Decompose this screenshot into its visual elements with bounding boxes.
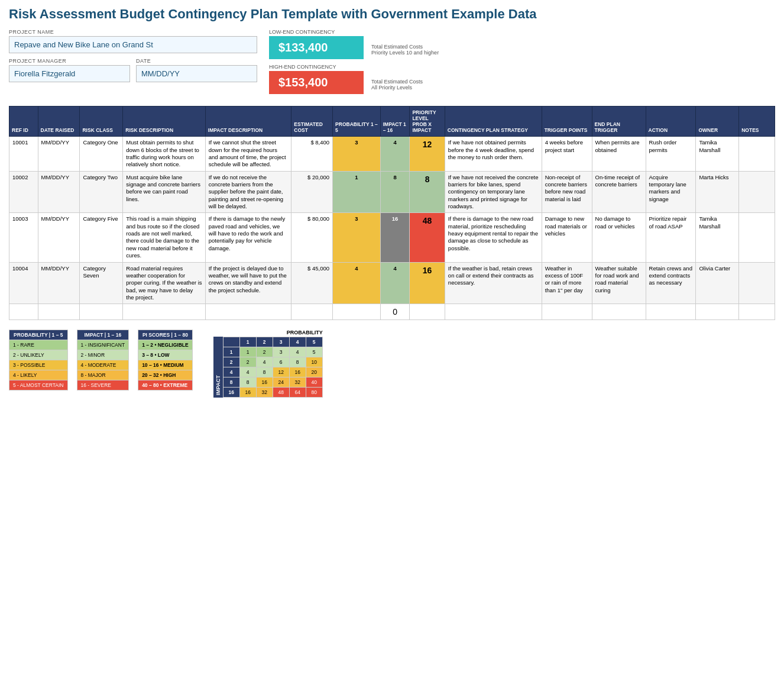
prob-axis-label: PROBABILITY <box>213 330 323 335</box>
cell-class: Category Five <box>80 213 123 262</box>
matrix-cell: 6 <box>273 357 289 367</box>
col-header-strategy: CONTINGENCY PLAN STRATEGY <box>445 106 542 137</box>
cell-ref: 10002 <box>9 171 38 213</box>
cell-class: Category Seven <box>80 262 123 304</box>
col-header-date: DATE RAISED <box>38 106 80 137</box>
page-title: Risk Assessment Budget Contingency Plan … <box>9 6 775 23</box>
matrix-cell: 64 <box>289 388 306 398</box>
col-header-class: RISK CLASS <box>80 106 123 137</box>
cell-idesc: If we cannot shut the street down for th… <box>205 137 291 171</box>
imp-insig: 1 - INSIGNIFICANT <box>77 340 129 350</box>
cell-prob: 1 <box>333 171 381 213</box>
table-row: 10004 MM/DD/YY Category Seven Road mater… <box>9 262 775 304</box>
col-header-idesc: IMPACT DESCRIPTION <box>205 106 291 137</box>
cell-impact: 4 <box>380 262 410 304</box>
cell-idesc: If the project is delayed due to weather… <box>205 262 291 304</box>
col-header-endtrig: END PLAN TRIGGER <box>592 106 646 137</box>
project-name-label: PROJECT NAME <box>9 29 257 35</box>
matrix-row-label: 8 <box>223 377 239 388</box>
matrix-col-header: 4 <box>289 337 306 347</box>
cell-owner: Tamika Marshall <box>696 137 739 171</box>
cell-owner: Marta Hicks <box>696 171 739 213</box>
matrix-cell: 1 <box>239 347 256 357</box>
cell-idesc: If there is damage to the newly paved ro… <box>205 213 291 262</box>
pi-header: PI SCORES | 1 – 80 <box>138 330 193 340</box>
matrix-cell: 16 <box>256 377 273 388</box>
cell-cost: $ 8,400 <box>291 137 333 171</box>
legend-impact-table: IMPACT | 1 – 16 1 - INSIGNIFICANT 2 - MI… <box>77 330 129 390</box>
matrix-row-label: 2 <box>223 357 239 367</box>
legend-section: PROBABILITY | 1 – 5 1 - RARE 2 - UNLIKEL… <box>9 330 775 398</box>
table-row: 10001 MM/DD/YY Category One Must obtain … <box>9 137 775 171</box>
project-name-value: Repave and New Bike Lane on Grand St <box>9 36 257 53</box>
col-header-ref: REF ID <box>9 106 38 137</box>
cell-prob: 4 <box>333 262 381 304</box>
imp-major: 8 - MAJOR <box>77 370 129 380</box>
matrix-cell: 40 <box>306 377 322 388</box>
matrix-cell: 5 <box>306 347 322 357</box>
matrix-cell: 32 <box>289 377 306 388</box>
matrix-cell: 4 <box>289 347 306 357</box>
matrix-table: 1234511234522468104481216208816243240161… <box>223 337 323 398</box>
cell-endtrig: On-time receipt of concrete barriers <box>592 171 646 213</box>
cell-impact: 4 <box>380 137 410 171</box>
high-contingency-label: HIGH-END CONTINGENCY <box>269 64 775 70</box>
cell-class: Category One <box>80 137 123 171</box>
cell-strategy: If the weather is bad, retain crews on c… <box>445 262 542 304</box>
manager-value: Fiorella Fitzgerald <box>9 65 130 82</box>
cell-prob: 3 <box>333 137 381 171</box>
matrix-col-header: 1 <box>239 337 256 347</box>
cell-rdesc: Road material requires weather cooperati… <box>123 262 206 304</box>
manager-label: PROJECT MANAGER <box>9 58 130 64</box>
matrix-cell: 12 <box>273 367 289 377</box>
table-row: 10003 MM/DD/YY Category Five This road i… <box>9 213 775 262</box>
cell-endtrig: No damage to road or vehicles <box>592 213 646 262</box>
pi-med: 10 – 16 • MEDIUM <box>138 360 193 370</box>
prob-header: PROBABILITY | 1 – 5 <box>9 330 68 340</box>
cell-priority: 16 <box>410 262 445 304</box>
cell-prob: 3 <box>333 213 381 262</box>
cell-notes <box>739 262 775 304</box>
cell-strategy: If there is damage to the new road mater… <box>445 213 542 262</box>
prob-unlikely: 2 - UNLIKELY <box>9 350 68 360</box>
cell-cost: $ 80,000 <box>291 213 333 262</box>
date-value: MM/DD/YY <box>136 65 257 82</box>
matrix-col-header: 3 <box>273 337 289 347</box>
matrix-cell: 16 <box>239 388 256 398</box>
cell-trigger: 4 weeks before project start <box>542 137 592 171</box>
low-contingency-note: Total Estimated CostsPriority Levels 10 … <box>371 44 439 56</box>
matrix-row-label: 4 <box>223 367 239 377</box>
cell-class: Category Two <box>80 171 123 213</box>
cell-impact: 8 <box>380 171 410 213</box>
cell-ref: 10001 <box>9 137 38 171</box>
cell-idesc: If we do not receive the concrete barrie… <box>205 171 291 213</box>
cell-impact: 16 <box>380 213 410 262</box>
col-header-action: ACTION <box>646 106 696 137</box>
imp-severe: 16 - SEVERE <box>77 380 129 390</box>
empty-row: 0 <box>9 304 775 320</box>
prob-almost: 5 - ALMOST CERTAIN <box>9 380 68 390</box>
col-header-notes: NOTES <box>739 106 775 137</box>
cell-date: MM/DD/YY <box>38 213 80 262</box>
pi-ext: 40 – 80 • EXTREME <box>138 380 193 390</box>
cell-notes <box>739 137 775 171</box>
cell-rdesc: This road is a main shipping and bus rou… <box>123 213 206 262</box>
cell-rdesc: Must obtain permits to shut down 6 block… <box>123 137 206 171</box>
high-contingency-value: $153,400 <box>269 71 364 94</box>
matrix-cell: 3 <box>273 347 289 357</box>
col-header-cost: ESTIMATED COST <box>291 106 333 137</box>
impact-axis-label: IMPACT <box>213 337 223 398</box>
col-header-prob: PROBABILITY 1 – 5 <box>333 106 381 137</box>
low-contingency-label: LOW-END CONTINGENCY <box>269 29 775 35</box>
legend-pi-table: PI SCORES | 1 – 80 1 – 2 • NEGLIGIBLE 3 … <box>138 330 193 390</box>
cell-notes <box>739 213 775 262</box>
cell-ref: 10004 <box>9 262 38 304</box>
date-label: DATE <box>136 58 257 64</box>
risk-table: REF ID DATE RAISED RISK CLASS RISK DESCR… <box>9 106 775 321</box>
high-contingency-note: Total Estimated CostsAll Priority Levels <box>371 79 423 91</box>
matrix-col-header: 5 <box>306 337 322 347</box>
matrix-col-header: 2 <box>256 337 273 347</box>
cell-priority: 8 <box>410 171 445 213</box>
cell-endtrig: Weather suitable for road work and road … <box>592 262 646 304</box>
imp-minor: 2 - MINOR <box>77 350 129 360</box>
